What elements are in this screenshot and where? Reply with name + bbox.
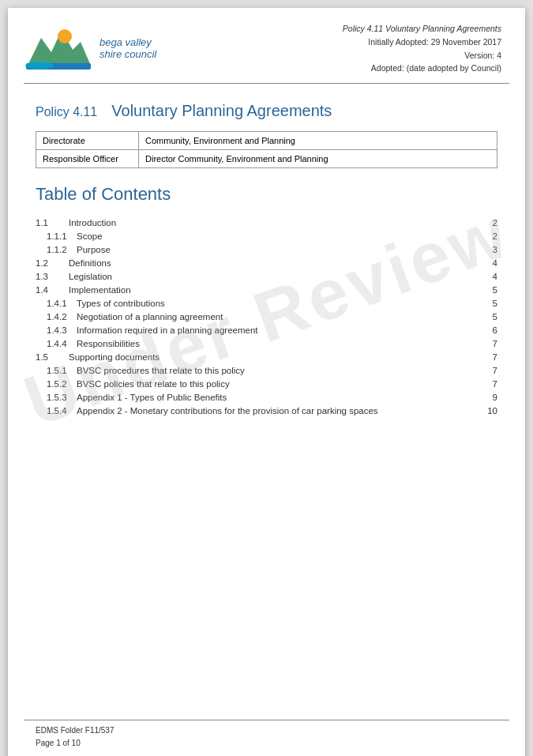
- footer: EDMS Folder F11/537 Page 1 of 10: [36, 724, 114, 750]
- toc-item-page: 7: [482, 352, 497, 362]
- toc-item-num: 1.4: [36, 285, 69, 295]
- toc-item-num: 1.4.1: [36, 299, 77, 308]
- policy-main-title: Voluntary Planning Agreements: [111, 102, 332, 120]
- toc-item-num: 1.5.3: [36, 393, 77, 402]
- toc-item-page: 6: [482, 325, 497, 335]
- info-table-label: Responsible Officer: [36, 150, 139, 168]
- toc-item-num: 1.1: [36, 218, 69, 228]
- council-name-line2: shire council: [99, 48, 156, 60]
- header-policy-ref: Policy 4.11 Voluntary Planning Agreement…: [343, 22, 501, 36]
- toc-item-page: 5: [482, 312, 497, 322]
- svg-point-3: [25, 62, 54, 70]
- toc-item-label: Legislation: [69, 272, 112, 281]
- toc-row: 1.1.1Scope2: [36, 229, 497, 243]
- toc-item-num: 1.4.2: [36, 312, 77, 322]
- header-adopted-date: Adopted: (date adopted by Council): [343, 62, 501, 75]
- toc-item-num: 1.5.1: [36, 366, 77, 375]
- toc-item-page: 9: [482, 393, 497, 402]
- toc-item-label: Appendix 2 - Monetary contributions for …: [77, 406, 378, 416]
- toc-item-page: 2: [482, 218, 497, 228]
- toc-row: 1.5.4Appendix 2 - Monetary contributions…: [36, 404, 497, 417]
- toc-table: 1.1Introduction21.1.1Scope21.1.2Purpose3…: [36, 216, 497, 417]
- toc-item-page: 7: [482, 339, 497, 348]
- toc-row: 1.3Legislation4: [36, 269, 497, 283]
- council-name-line1: bega valley: [99, 36, 156, 48]
- toc-item-page: 7: [482, 366, 497, 375]
- toc-item-label: Negotiation of a planning agreement: [77, 312, 223, 322]
- toc-row: 1.4.3Information required in a planning …: [36, 323, 497, 337]
- toc-row: 1.5Supporting documents7: [36, 350, 497, 363]
- toc-row: 1.1.2Purpose3: [36, 243, 497, 256]
- toc-item-num: 1.5: [36, 352, 69, 362]
- info-table-label: Directorate: [36, 132, 139, 150]
- toc-item-page: 7: [482, 379, 497, 389]
- svg-point-1: [58, 29, 72, 43]
- toc-row: 1.4.2Negotiation of a planning agreement…: [36, 310, 497, 323]
- footer-edms: EDMS Folder F11/537: [36, 724, 114, 737]
- header: bega valley shire council Policy 4.11 Vo…: [8, 8, 525, 83]
- toc-row: 1.4Implementation5: [36, 283, 497, 296]
- policy-title-section: Policy 4.11 Voluntary Planning Agreement…: [36, 102, 497, 120]
- toc-item-page: 10: [482, 406, 497, 416]
- toc-item-label: BVSC procedures that relate to this poli…: [77, 366, 245, 375]
- toc-item-page: 4: [482, 272, 497, 281]
- footer-page: Page 1 of 10: [36, 737, 114, 750]
- toc-heading: Table of Contents: [36, 184, 497, 205]
- toc-item-page: 5: [482, 285, 497, 295]
- header-version: Version: 4: [343, 49, 501, 62]
- toc-row: 1.2Definitions4: [36, 256, 497, 269]
- toc-item-label: Implementation: [69, 285, 131, 295]
- info-table: DirectorateCommunity, Environment and Pl…: [36, 131, 497, 168]
- toc-item-label: Appendix 1 - Types of Public Benefits: [77, 393, 227, 402]
- toc-item-page: 3: [482, 245, 497, 254]
- toc-item-num: 1.3: [36, 272, 69, 281]
- toc-item-num: 1.5.4: [36, 406, 77, 416]
- toc-item-label: Responsibilities: [77, 339, 140, 348]
- info-table-row: Responsible OfficerDirector Community, E…: [36, 150, 497, 168]
- logo-area: bega valley shire council: [24, 22, 156, 73]
- toc-row: 1.5.3Appendix 1 - Types of Public Benefi…: [36, 390, 497, 404]
- toc-row: 1.4.1Types of contributions5: [36, 296, 497, 310]
- policy-number: Policy 4.11: [36, 105, 97, 119]
- toc-item-label: Introduction: [69, 218, 116, 228]
- toc-row: 1.1Introduction2: [36, 216, 497, 229]
- toc-row: 1.4.4Responsibilities7: [36, 337, 497, 350]
- info-table-value: Director Community, Environment and Plan…: [139, 150, 497, 168]
- toc-row: 1.5.2BVSC policies that relate to this p…: [36, 377, 497, 390]
- toc-item-page: 4: [482, 258, 497, 268]
- toc-item-label: Purpose: [77, 245, 111, 254]
- toc-row: 1.5.1BVSC procedures that relate to this…: [36, 363, 497, 377]
- toc-item-label: Information required in a planning agree…: [77, 325, 258, 335]
- header-right: Policy 4.11 Voluntary Planning Agreement…: [343, 22, 501, 75]
- council-logo: [24, 22, 95, 73]
- info-table-row: DirectorateCommunity, Environment and Pl…: [36, 132, 497, 150]
- toc-item-page: 2: [482, 231, 497, 241]
- toc-item-label: Scope: [77, 231, 103, 241]
- toc-item-label: Definitions: [69, 258, 111, 268]
- toc-item-num: 1.1.2: [36, 245, 77, 254]
- toc-item-num: 1.4.4: [36, 339, 77, 348]
- toc-item-num: 1.1.1: [36, 231, 77, 241]
- header-adopted: Initially Adopted: 29 November 2017: [343, 36, 501, 49]
- toc-item-label: BVSC policies that relate to this policy: [77, 379, 230, 389]
- toc-item-num: 1.2: [36, 258, 69, 268]
- info-table-value: Community, Environment and Planning: [139, 132, 497, 150]
- footer-divider: [24, 720, 509, 720]
- toc-item-page: 5: [482, 299, 497, 308]
- toc-item-label: Supporting documents: [69, 352, 160, 362]
- toc-item-label: Types of contributions: [77, 299, 165, 308]
- main-content: Policy 4.11 Voluntary Planning Agreement…: [8, 84, 525, 433]
- toc-item-num: 1.4.3: [36, 325, 77, 335]
- page: bega valley shire council Policy 4.11 Vo…: [8, 8, 525, 756]
- toc-item-num: 1.5.2: [36, 379, 77, 389]
